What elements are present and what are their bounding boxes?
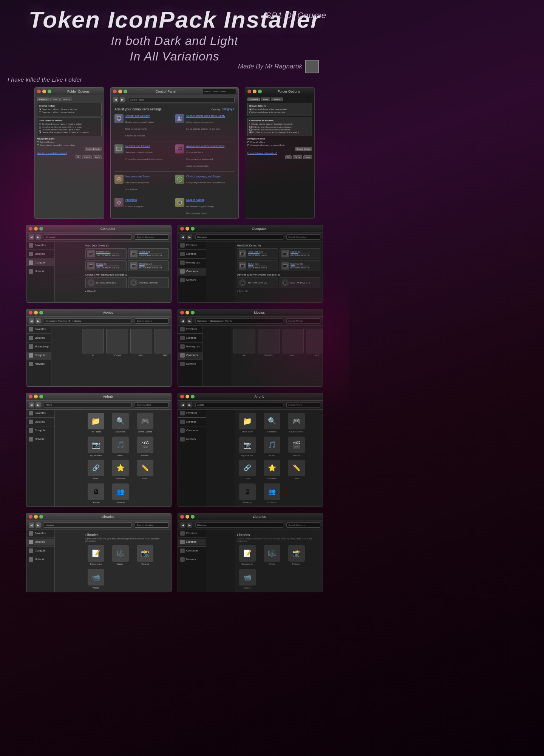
lib-dark-sidebar-favorites[interactable]: Favorites — [178, 530, 206, 537]
restore-defaults-btn-r[interactable]: Restore Defaults — [295, 147, 312, 151]
lib-search[interactable]: Search Libraries — [135, 522, 169, 528]
sidebar-favorites[interactable]: Favorites — [26, 242, 54, 249]
sp-dark-icon-docs[interactable]: Docs — [286, 460, 307, 480]
sp-fwd[interactable]: ▶ — [36, 402, 41, 407]
lib-dark-back[interactable]: ◀ — [180, 522, 185, 528]
radio-single[interactable] — [39, 123, 41, 125]
sp-sidebar-network[interactable]: Network — [26, 436, 54, 443]
dark-movie-iso[interactable]: ISO-IMG — [258, 329, 280, 356]
fo-radio-doubleclick[interactable]: Double-click to open an item (single-cli… — [39, 131, 100, 133]
close-btn[interactable] — [37, 90, 41, 93]
fo-tab-general-r[interactable]: General — [247, 98, 260, 101]
sidebar-computer[interactable]: Computer — [26, 259, 54, 266]
comp-min[interactable] — [34, 227, 38, 231]
movie-folder-all[interactable]: All — [82, 329, 104, 356]
fo-radio-own[interactable]: Open each folder in its own window — [39, 111, 100, 113]
sp-dark-sidebar-network[interactable]: Network — [178, 436, 206, 443]
sp-dark-max[interactable] — [191, 395, 195, 398]
sp-icon-contacts[interactable]: Contacts — [110, 483, 131, 503]
lib-sidebar-network[interactable]: Network — [26, 556, 54, 563]
cp-system-title[interactable]: System and Security — [125, 114, 174, 118]
sp-icon-docs[interactable]: Docs — [134, 460, 155, 480]
fo-underline1[interactable]: Underline icon titles consistent with my… — [39, 126, 100, 128]
sp-dark-sidebar-computer[interactable]: Computer — [178, 427, 206, 434]
mov-dark-min[interactable] — [185, 311, 189, 314]
fo-tab-view-r[interactable]: View — [261, 98, 270, 101]
sp-dark-fwd[interactable]: ▶ — [187, 402, 192, 407]
cb-show-all-r[interactable] — [247, 141, 249, 143]
apply-btn-r[interactable]: Apply — [303, 155, 312, 159]
mov-sidebar-network[interactable]: Network — [26, 361, 51, 367]
sp-icon-movies[interactable]: Movies — [134, 437, 155, 457]
radio-double[interactable] — [39, 131, 41, 133]
lib-dark-fwd[interactable]: ▶ — [187, 522, 192, 528]
sp-back[interactable]: ◀ — [29, 402, 34, 407]
lib-dark-sidebar-libraries[interactable]: Libraries — [178, 539, 206, 545]
sidebar-dark-favorites[interactable]: Favorites — [178, 242, 206, 249]
cp-item-system[interactable]: System and Security Review your computer… — [114, 114, 174, 138]
mov-search[interactable]: Search Movies — [135, 318, 169, 324]
sp-dark-icon-pictures[interactable]: My Pictures — [237, 437, 258, 457]
drive-d[interactable]: Lucius (D:) 320 GB free of 765 GB — [128, 248, 169, 259]
sp-dark-sidebar-favorites[interactable]: Favorites — [178, 410, 206, 417]
sp-dark-back[interactable]: ◀ — [180, 402, 185, 407]
apply-btn[interactable]: Apply — [93, 155, 102, 159]
dark-movie-all[interactable]: All — [233, 329, 255, 356]
comp-max[interactable] — [39, 227, 43, 231]
comp-dark-max[interactable] — [191, 227, 195, 231]
close-btn-r[interactable] — [247, 90, 251, 93]
ok-btn-r[interactable]: OK — [285, 155, 292, 159]
radio-same-r[interactable] — [249, 108, 252, 110]
sp-dark-sidebar-libraries[interactable]: Libraries — [178, 418, 206, 425]
lib-dark-min[interactable] — [185, 515, 189, 519]
dark-drive-e[interactable]: Brutus (E:) 221 GB free of 375 GB — [237, 260, 278, 271]
movie-folder-mkv[interactable]: MKV — [155, 329, 172, 356]
mov-dark-sidebar-network[interactable]: Network — [178, 361, 202, 367]
sp-dark-icon-music[interactable]: Music — [261, 437, 282, 457]
dark-movie-misc[interactable]: Misc — [282, 329, 304, 356]
cp-hardware-title[interactable]: Hardware and Sound — [125, 175, 174, 178]
cb-auto-expand[interactable] — [37, 144, 39, 146]
lib-back[interactable]: ◀ — [29, 522, 34, 528]
comp-dark-fwd[interactable]: ▶ — [187, 234, 192, 240]
bd-rom[interactable]: BD-ROM Drive (Z:) — [85, 277, 127, 288]
mov-dark-sidebar-favorites[interactable]: Favorites — [178, 326, 202, 333]
cp-item-ease[interactable]: Ease of Access Let Windows suggest setti… — [175, 198, 235, 215]
cp-close-btn[interactable] — [113, 90, 117, 93]
radio-own-r[interactable] — [249, 111, 252, 113]
lib-dark-icon-videos[interactable]: Videos — [237, 569, 258, 589]
dark-drive-c[interactable]: Local Disk (C:) 326 GB free of 146 GB — [237, 248, 278, 259]
sp-icon-music[interactable]: Music — [110, 437, 131, 457]
ok-btn[interactable]: OK — [75, 155, 81, 159]
sp-icon-games[interactable]: Saved Games — [134, 413, 155, 433]
comp-search[interactable]: Search Computer — [135, 234, 169, 240]
lib-dark-sidebar-network[interactable]: Network — [178, 556, 206, 563]
lib-dark-icon-documents[interactable]: Documents — [237, 545, 258, 565]
drive-e[interactable]: Brutus (E:) 235 GB free of 335 GB — [85, 260, 127, 271]
sp-dark-icon-contacts[interactable]: Contacts — [261, 483, 282, 503]
comp-close[interactable] — [29, 227, 32, 231]
mov-dark-back[interactable]: ◀ — [180, 318, 185, 324]
dark-dvd-rw[interactable]: DVD RW Drive (R:) — [280, 277, 321, 288]
sidebar-dark-computer[interactable]: Computer — [178, 268, 206, 275]
lib-icon-documents[interactable]: Documents — [85, 545, 106, 565]
min-btn-r[interactable] — [253, 90, 257, 93]
lib-dark-search[interactable]: Search Libraries — [286, 522, 320, 528]
radio-double-r[interactable] — [249, 131, 252, 133]
sp-icon-desktop[interactable]: Desktop — [85, 483, 106, 503]
sp-icon-favorites[interactable]: Favorites — [110, 460, 131, 480]
cb-auto-expand-r[interactable] — [247, 144, 249, 146]
comp-fwd[interactable]: ▶ — [36, 234, 41, 240]
mov-dark-sidebar-homegroup[interactable]: Homegroup — [178, 343, 202, 350]
cp-item-appearance[interactable]: Appearance and Personalization Change th… — [175, 144, 235, 168]
mov-sidebar-favorites[interactable]: Favorites — [26, 326, 51, 333]
mov-dark-close[interactable] — [180, 311, 184, 314]
radio-same[interactable] — [39, 108, 41, 110]
mov-max[interactable] — [39, 311, 43, 314]
dark-movie-mkv[interactable]: MKV — [306, 329, 323, 356]
comp-dark-back[interactable]: ◀ — [180, 234, 185, 240]
fo-radio-singleclick[interactable]: Single-click to open an item (point to s… — [39, 123, 100, 125]
mov-fwd[interactable]: ▶ — [36, 318, 41, 324]
fo-tab-general[interactable]: General — [37, 98, 49, 101]
cp-max-btn[interactable] — [124, 90, 127, 93]
